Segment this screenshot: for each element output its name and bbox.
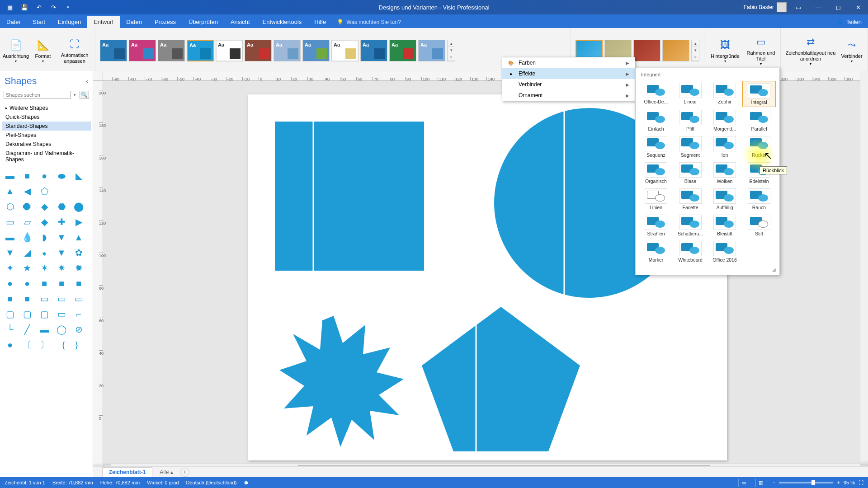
shape-stencil-item[interactable]: ｛: [55, 339, 68, 350]
tab-daten[interactable]: Daten: [120, 16, 148, 28]
effect-item[interactable]: Parallel: [742, 108, 776, 133]
design-thumb[interactable]: Aa: [274, 40, 301, 61]
effect-item[interactable]: Schattieru...: [674, 213, 707, 238]
shape-stencil-item[interactable]: ▼: [55, 232, 68, 243]
shape-stencil-item[interactable]: ■: [21, 170, 33, 181]
effect-item[interactable]: Sequenz: [639, 134, 673, 160]
menu-item-ornament[interactable]: Ornament ▶: [502, 90, 635, 101]
relayout-button[interactable]: ⇄ Zeichenblattlayout neu anordnen▾: [783, 33, 838, 68]
shape-stencil-item[interactable]: ◯: [55, 324, 68, 335]
effect-item[interactable]: Linien: [639, 187, 673, 212]
fit-page-button[interactable]: ⛶: [859, 480, 863, 485]
shape-stencil-item[interactable]: 〔: [21, 339, 33, 350]
effect-item[interactable]: Blase: [674, 160, 707, 186]
maximize-button[interactable]: ◻: [830, 1, 846, 14]
shape-stencil-item[interactable]: ▬: [4, 232, 16, 243]
shape-stencil-item[interactable]: ▭: [72, 293, 85, 304]
shape-stencil-item[interactable]: ⌐: [72, 309, 85, 319]
ribbon-display-options[interactable]: ▭: [790, 1, 807, 14]
shape-stencil-item[interactable]: ✷: [55, 263, 68, 273]
chevron-down-icon[interactable]: ▾: [72, 91, 78, 99]
shape-stencil-item[interactable]: ★: [21, 263, 33, 273]
effect-item[interactable]: Ion: [708, 134, 741, 160]
tab-entwickler[interactable]: Entwicklertools: [256, 16, 308, 28]
design-thumb[interactable]: Aa: [129, 40, 156, 61]
shape-stencil-item[interactable]: ✹: [72, 263, 85, 273]
tab-hilfe[interactable]: Hilfe: [308, 16, 332, 28]
shapes-category[interactable]: Quick-Shapes: [2, 113, 91, 122]
shape-starburst[interactable]: [279, 316, 404, 447]
shape-stencil-item[interactable]: ⬤: [72, 201, 85, 212]
shape-stencil-item[interactable]: ▼: [4, 247, 16, 258]
shape-stencil-item[interactable]: ✶: [38, 263, 51, 273]
shape-stencil-item[interactable]: ●: [38, 170, 51, 181]
shape-stencil-item[interactable]: ⬥: [38, 247, 51, 258]
redo-button[interactable]: ↷: [47, 2, 60, 13]
effect-item[interactable]: Stift: [742, 213, 776, 238]
shape-stencil-item[interactable]: ⬬: [55, 170, 68, 181]
shapes-category[interactable]: Pfeil-Shapes: [2, 131, 91, 140]
menu-item-farben[interactable]: 🎨 Farben ▶: [502, 57, 635, 68]
effect-item[interactable]: Linear: [674, 81, 707, 107]
shape-stencil-item[interactable]: ✿: [72, 247, 85, 258]
variant-gallery-more[interactable]: ▴▾≡: [691, 40, 699, 61]
resize-grip-icon[interactable]: ◢: [637, 266, 778, 273]
variant-thumb[interactable]: [633, 40, 660, 61]
shape-stencil-item[interactable]: [55, 186, 68, 197]
effect-item[interactable]: Bleistift: [708, 213, 741, 238]
shape-stencil-item[interactable]: ■: [21, 293, 33, 304]
shape-stencil-item[interactable]: ✦: [4, 263, 16, 273]
shapes-category[interactable]: Dekorative Shapes: [2, 140, 91, 149]
shape-stencil-item[interactable]: ▢: [21, 309, 33, 319]
effect-item[interactable]: Pfiff: [674, 108, 707, 133]
effect-item[interactable]: Integral: [742, 81, 776, 107]
effect-item[interactable]: Zephir: [708, 81, 741, 107]
design-thumb[interactable]: Aa: [158, 40, 185, 61]
tell-me-search[interactable]: 💡 Was möchten Sie tun?: [332, 16, 405, 28]
shape-stencil-item[interactable]: ⯃: [21, 201, 33, 212]
shape-stencil-item[interactable]: ✚: [55, 216, 68, 227]
frames-button[interactable]: ▭ Rahmen und Titel▾: [744, 33, 778, 68]
shape-stencil-item[interactable]: ⬠: [38, 186, 51, 197]
shapes-search-input[interactable]: [4, 91, 71, 99]
shape-stencil-item[interactable]: ■: [55, 278, 68, 289]
effect-item[interactable]: Whiteboard: [674, 239, 707, 264]
shape-stencil-item[interactable]: ▲: [4, 186, 16, 197]
minimize-button[interactable]: —: [810, 1, 826, 14]
design-thumb[interactable]: Aa: [331, 40, 359, 61]
effect-item[interactable]: Office 2016: [708, 239, 741, 264]
effect-item[interactable]: Strahlen: [639, 213, 673, 238]
effect-item[interactable]: Auffällig: [708, 187, 741, 212]
shape-stencil-item[interactable]: ▬: [38, 324, 51, 335]
tab-datei[interactable]: Datei: [0, 16, 26, 28]
status-language[interactable]: Deutsch (Deutschland): [186, 480, 237, 485]
format-button[interactable]: 📐 Format▾: [30, 36, 56, 66]
shape-stencil-item[interactable]: ▬: [4, 170, 16, 181]
backgrounds-button[interactable]: 🖼 Hintergründe▾: [707, 36, 743, 66]
zoom-out-button[interactable]: −: [773, 480, 775, 485]
shape-stencil-item[interactable]: ◆: [38, 216, 51, 227]
presentation-mode-button[interactable]: ▭: [738, 479, 748, 487]
shape-rectangle[interactable]: [275, 122, 424, 271]
close-button[interactable]: ✕: [850, 1, 866, 14]
shapes-category[interactable]: ▸Weitere Shapes: [2, 103, 91, 113]
zoom-level[interactable]: 95 %: [844, 480, 855, 485]
design-thumb-selected[interactable]: Aa: [187, 40, 214, 61]
shape-stencil-item[interactable]: ◢: [21, 247, 33, 258]
shape-stencil-item[interactable]: ▭: [38, 293, 51, 304]
shape-stencil-item[interactable]: ▭: [55, 309, 68, 319]
design-thumb[interactable]: Aa: [389, 40, 416, 61]
tab-prozess[interactable]: Prozess: [148, 16, 182, 28]
shape-stencil-item[interactable]: 〕: [38, 339, 51, 350]
tab-entwurf[interactable]: Entwurf: [87, 16, 120, 28]
zoom-slider[interactable]: [779, 482, 833, 483]
design-thumb[interactable]: Aa: [100, 40, 127, 61]
design-thumb[interactable]: Aa: [302, 40, 330, 61]
shape-stencil-item[interactable]: ⊘: [72, 324, 85, 335]
undo-button[interactable]: ↶: [33, 2, 45, 13]
shape-stencil-item[interactable]: ●: [4, 339, 16, 350]
effect-item[interactable]: Rauch: [742, 187, 776, 212]
tab-einfuegen[interactable]: Einfügen: [52, 16, 87, 28]
design-thumb[interactable]: Aa: [245, 40, 272, 61]
zoom-in-button[interactable]: +: [837, 480, 840, 485]
